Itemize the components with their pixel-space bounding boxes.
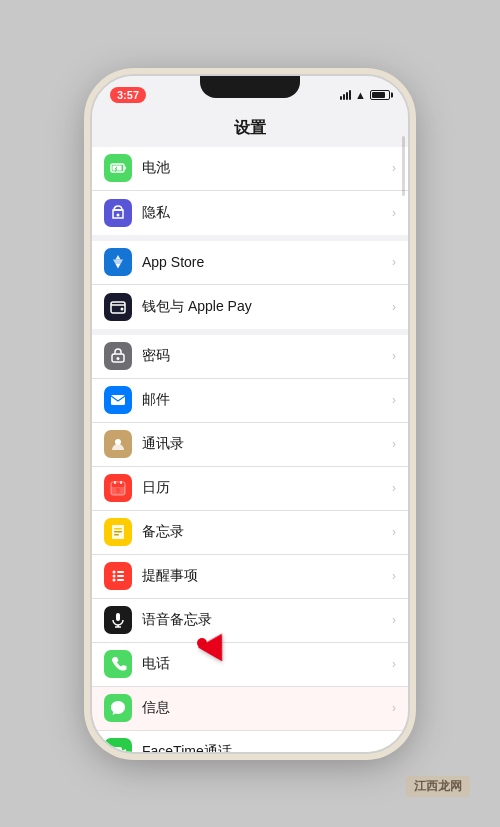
password-icon — [104, 342, 132, 370]
battery-icon — [104, 154, 132, 182]
reminders-icon — [104, 562, 132, 590]
messages-label: 信息 — [142, 699, 392, 717]
scroll-indicator — [402, 136, 405, 196]
facetime-icon — [104, 738, 132, 752]
facetime-chevron: › — [392, 745, 396, 752]
password-label: 密码 — [142, 347, 392, 365]
settings-item-facetime[interactable]: FaceTime通话› — [92, 731, 408, 752]
settings-item-messages[interactable]: 信息› — [92, 687, 408, 731]
messages-chevron: › — [392, 701, 396, 715]
wallet-chevron: › — [392, 300, 396, 314]
settings-item-battery[interactable]: 电池› — [92, 147, 408, 191]
status-icons: ▲ — [340, 89, 390, 101]
appstore-icon — [104, 248, 132, 276]
svg-rect-23 — [117, 571, 124, 573]
calendar-chevron: › — [392, 481, 396, 495]
settings-item-password[interactable]: 密码› — [92, 335, 408, 379]
time-display: 3:57 — [110, 87, 146, 103]
appstore-label: App Store — [142, 254, 392, 270]
battery-icon — [370, 90, 390, 100]
wifi-icon: ▲ — [355, 89, 366, 101]
facetime-label: FaceTime通话 — [142, 743, 392, 752]
wallet-icon — [104, 293, 132, 321]
svg-rect-24 — [117, 575, 124, 577]
svg-rect-1 — [125, 167, 127, 170]
svg-rect-25 — [117, 579, 124, 581]
section-2: App Store› 钱包与 Apple Pay› — [92, 241, 408, 329]
settings-item-reminders[interactable]: 提醒事项› — [92, 555, 408, 599]
section-1: 电池› 隐私› — [92, 147, 408, 235]
section-3: 密码› 邮件› 通讯录› 9 日历› 备忘录› 提醒事项› 语音备忘录› 电话›… — [92, 335, 408, 752]
privacy-chevron: › — [392, 206, 396, 220]
calendar-icon: 9 — [104, 474, 132, 502]
password-chevron: › — [392, 349, 396, 363]
wallet-label: 钱包与 Apple Pay — [142, 298, 392, 316]
svg-rect-29 — [110, 747, 122, 752]
settings-item-calendar[interactable]: 9 日历› — [92, 467, 408, 511]
svg-rect-4 — [111, 302, 125, 313]
privacy-label: 隐私 — [142, 204, 392, 222]
mail-icon — [104, 386, 132, 414]
appstore-chevron: › — [392, 255, 396, 269]
settings-item-contacts[interactable]: 通讯录› — [92, 423, 408, 467]
settings-item-privacy[interactable]: 隐私› — [92, 191, 408, 235]
battery-label: 电池 — [142, 159, 392, 177]
contacts-icon — [104, 430, 132, 458]
settings-item-mail[interactable]: 邮件› — [92, 379, 408, 423]
reminders-label: 提醒事项 — [142, 567, 392, 585]
signal-icon — [340, 90, 351, 100]
svg-rect-8 — [111, 395, 125, 405]
contacts-label: 通讯录 — [142, 435, 392, 453]
watermark: 江西龙网 — [406, 776, 470, 797]
settings-item-wallet[interactable]: 钱包与 Apple Pay› — [92, 285, 408, 329]
reminders-chevron: › — [392, 569, 396, 583]
messages-icon — [104, 694, 132, 722]
svg-point-7 — [117, 357, 120, 360]
svg-point-5 — [121, 307, 124, 310]
svg-point-20 — [113, 571, 116, 574]
svg-rect-17 — [114, 528, 122, 530]
settings-item-notes[interactable]: 备忘录› — [92, 511, 408, 555]
svg-rect-19 — [114, 534, 119, 536]
battery-chevron: › — [392, 161, 396, 175]
settings-item-phone[interactable]: 电话› — [92, 643, 408, 687]
phone-chevron: › — [392, 657, 396, 671]
svg-point-21 — [113, 575, 116, 578]
page-title: 设置 — [92, 114, 408, 147]
voice-label: 语音备忘录 — [142, 611, 392, 629]
contacts-chevron: › — [392, 437, 396, 451]
mail-label: 邮件 — [142, 391, 392, 409]
status-bar: 3:57 ▲ — [92, 76, 408, 114]
notes-label: 备忘录 — [142, 523, 392, 541]
settings-list[interactable]: 电池› 隐私› App Store› 钱包与 Apple Pay› 密码› 邮件… — [92, 147, 408, 752]
phone-label: 电话 — [142, 655, 392, 673]
svg-point-3 — [117, 213, 120, 216]
svg-rect-26 — [116, 613, 120, 621]
notes-icon — [104, 518, 132, 546]
svg-point-22 — [113, 579, 116, 582]
calendar-label: 日历 — [142, 479, 392, 497]
mail-chevron: › — [392, 393, 396, 407]
settings-item-voice[interactable]: 语音备忘录› — [92, 599, 408, 643]
svg-rect-18 — [114, 531, 122, 533]
privacy-icon — [104, 199, 132, 227]
svg-text:9: 9 — [116, 487, 120, 494]
phone-frame: 3:57 ▲ 设置 电池› 隐私› App Store› — [90, 74, 410, 754]
phone-icon — [104, 650, 132, 678]
voice-icon — [104, 606, 132, 634]
notes-chevron: › — [392, 525, 396, 539]
voice-chevron: › — [392, 613, 396, 627]
settings-item-appstore[interactable]: App Store› — [92, 241, 408, 285]
